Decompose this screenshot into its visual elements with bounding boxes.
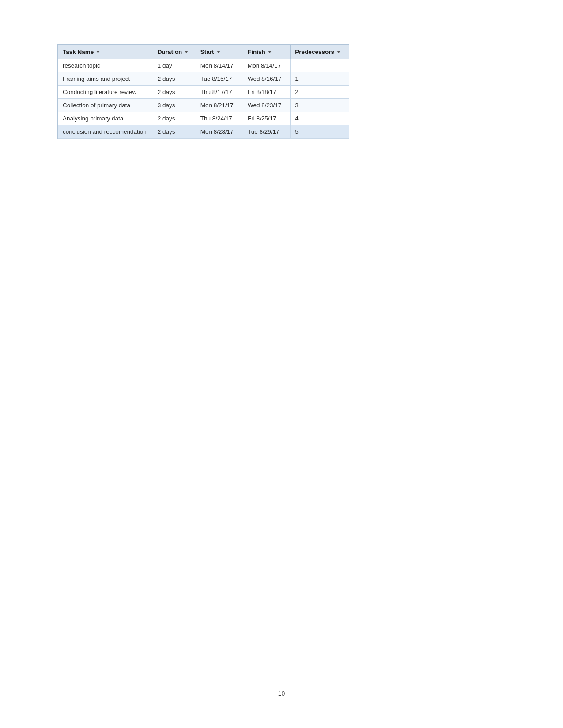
page-container: Task Name Duration Start bbox=[0, 0, 563, 728]
table-header-row: Task Name Duration Start bbox=[58, 45, 349, 59]
col-header-predecessors[interactable]: Predecessors bbox=[291, 45, 349, 59]
col-header-finish-label: Finish bbox=[248, 49, 265, 55]
table-row: conclusion and reccomendation2 daysMon 8… bbox=[58, 125, 349, 139]
cell-start: Mon 8/14/17 bbox=[196, 59, 243, 72]
predecessors-dropdown-icon[interactable] bbox=[337, 51, 340, 53]
table-row: Collection of primary data3 daysMon 8/21… bbox=[58, 99, 349, 112]
cell-task-name: research topic bbox=[58, 59, 153, 72]
duration-dropdown-icon[interactable] bbox=[185, 51, 188, 53]
cell-start: Thu 8/17/17 bbox=[196, 86, 243, 99]
start-dropdown-icon[interactable] bbox=[217, 51, 220, 53]
cell-predecessors bbox=[291, 59, 349, 72]
cell-start: Mon 8/21/17 bbox=[196, 99, 243, 112]
cell-finish: Wed 8/23/17 bbox=[243, 99, 291, 112]
col-header-start[interactable]: Start bbox=[196, 45, 243, 59]
cell-task-name: Collection of primary data bbox=[58, 99, 153, 112]
cell-duration: 2 days bbox=[153, 86, 196, 99]
col-header-finish[interactable]: Finish bbox=[243, 45, 291, 59]
cell-duration: 2 days bbox=[153, 125, 196, 139]
cell-duration: 2 days bbox=[153, 112, 196, 125]
task-table: Task Name Duration Start bbox=[58, 45, 349, 139]
table-row: Framing aims and project2 daysTue 8/15/1… bbox=[58, 72, 349, 86]
cell-task-name: Framing aims and project bbox=[58, 72, 153, 86]
cell-duration: 1 day bbox=[153, 59, 196, 72]
cell-task-name: Conducting literature review bbox=[58, 86, 153, 99]
cell-duration: 2 days bbox=[153, 72, 196, 86]
cell-predecessors: 4 bbox=[291, 112, 349, 125]
cell-finish: Fri 8/25/17 bbox=[243, 112, 291, 125]
cell-start: Mon 8/28/17 bbox=[196, 125, 243, 139]
cell-predecessors: 1 bbox=[291, 72, 349, 86]
col-header-start-label: Start bbox=[200, 49, 214, 55]
cell-start: Tue 8/15/17 bbox=[196, 72, 243, 86]
cell-finish: Wed 8/16/17 bbox=[243, 72, 291, 86]
cell-predecessors: 2 bbox=[291, 86, 349, 99]
col-header-duration[interactable]: Duration bbox=[153, 45, 196, 59]
col-header-duration-label: Duration bbox=[158, 49, 182, 55]
cell-finish: Fri 8/18/17 bbox=[243, 86, 291, 99]
col-header-task-name-label: Task Name bbox=[63, 49, 94, 55]
cell-duration: 3 days bbox=[153, 99, 196, 112]
cell-task-name: conclusion and reccomendation bbox=[58, 125, 153, 139]
table-wrapper: Task Name Duration Start bbox=[57, 44, 349, 139]
finish-dropdown-icon[interactable] bbox=[268, 51, 272, 53]
table-row: research topic1 dayMon 8/14/17Mon 8/14/1… bbox=[58, 59, 349, 72]
cell-finish: Mon 8/14/17 bbox=[243, 59, 291, 72]
table-body: research topic1 dayMon 8/14/17Mon 8/14/1… bbox=[58, 59, 349, 139]
cell-predecessors: 5 bbox=[291, 125, 349, 139]
col-header-predecessors-label: Predecessors bbox=[295, 49, 334, 55]
cell-finish: Tue 8/29/17 bbox=[243, 125, 291, 139]
cell-start: Thu 8/24/17 bbox=[196, 112, 243, 125]
table-row: Analysing primary data2 daysThu 8/24/17F… bbox=[58, 112, 349, 125]
cell-task-name: Analysing primary data bbox=[58, 112, 153, 125]
cell-predecessors: 3 bbox=[291, 99, 349, 112]
task-name-dropdown-icon[interactable] bbox=[96, 51, 100, 53]
col-header-task-name[interactable]: Task Name bbox=[58, 45, 153, 59]
page-number: 10 bbox=[278, 690, 285, 697]
table-row: Conducting literature review2 daysThu 8/… bbox=[58, 86, 349, 99]
